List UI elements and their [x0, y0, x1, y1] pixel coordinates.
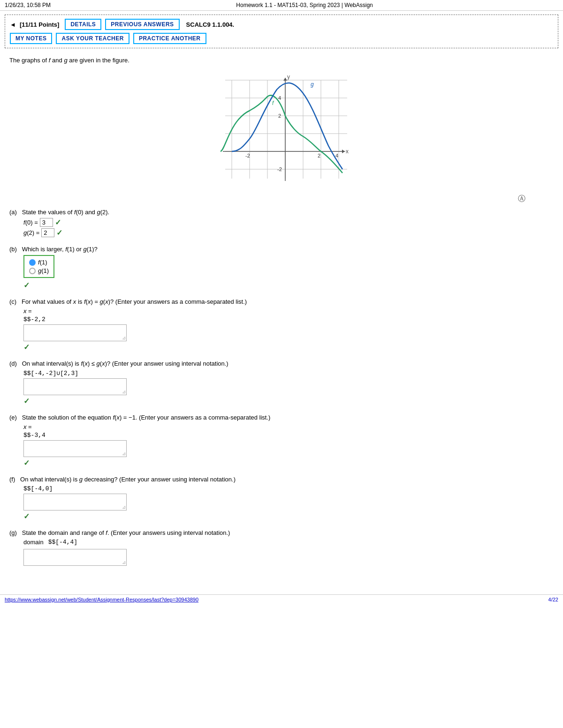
part-g-domain-math: $$[-4,4]: [48, 539, 77, 546]
part-d-input[interactable]: [23, 378, 127, 395]
scalc-label: SCALC9 1.1.004.: [186, 21, 235, 28]
radio-g1-dot[interactable]: [29, 268, 36, 274]
svg-text:x: x: [346, 148, 349, 155]
part-d-label: (d) On what interval(s) is f(x) ≤ g(x)? …: [9, 360, 554, 367]
svg-text:4: 4: [278, 95, 281, 101]
part-d-content: $$[-4,-2]∪[2,3] ⊿ ✓: [23, 369, 554, 405]
svg-text:-2: -2: [245, 153, 250, 158]
graph-container: x y -2 2 4 2 4 -2: [9, 68, 554, 190]
part-e-check: ✓: [23, 459, 30, 467]
radio-group-b: f(1) g(1): [23, 255, 54, 278]
svg-marker-16: [283, 78, 287, 81]
part-c-input-wrap: ⊿: [23, 324, 127, 341]
f0-prefix: f(0) =: [23, 219, 38, 226]
svg-text:2: 2: [278, 113, 281, 119]
part-f: (f) On what interval(s) is g decreasing?…: [9, 476, 554, 521]
part-c-x-prefix: x =: [23, 308, 32, 315]
part-a-content: f(0) = 3 ✓ g(2) = 2 ✓: [23, 218, 554, 237]
content: The graphs of f and g are given in the f…: [0, 52, 563, 585]
svg-text:g: g: [311, 81, 314, 88]
bottom-url[interactable]: https://www.webassign.net/web/Student/As…: [5, 597, 198, 602]
part-f-content: $$[-4,0] ⊿ ✓: [23, 485, 554, 521]
part-g-input[interactable]: [23, 549, 127, 566]
part-a-label: (a) State the values of f(0) and g(2).: [9, 209, 554, 216]
domain-label: domain: [23, 539, 44, 546]
part-a-f0-line: f(0) = 3 ✓: [23, 218, 554, 227]
part-f-input[interactable]: [23, 494, 127, 510]
part-b-label: (b) Which is larger, f(1) or g(1)?: [9, 246, 554, 253]
svg-text:f: f: [272, 100, 274, 106]
details-button[interactable]: DETAILS: [65, 19, 101, 30]
timestamp: 1/26/23, 10:58 PM: [5, 2, 51, 8]
svg-text:2: 2: [318, 153, 320, 158]
part-g-domain-line: domain $$[-4,4]: [23, 539, 554, 546]
part-d: (d) On what interval(s) is f(x) ≤ g(x)? …: [9, 360, 554, 405]
previous-answers-button[interactable]: PREVIOUS ANSWERS: [105, 19, 179, 30]
part-e-x-prefix: x =: [23, 423, 32, 430]
graph-wrap: x y -2 2 4 2 4 -2: [211, 68, 352, 190]
practice-another-button[interactable]: PRACTICE ANOTHER: [133, 33, 206, 44]
f0-answer-box: 3: [40, 218, 53, 227]
part-d-input-wrap: ⊿: [23, 378, 127, 395]
part-e-content: x = $$-3,4 ⊿ ✓: [23, 423, 554, 467]
radio-f1[interactable]: f(1): [29, 259, 49, 266]
points-label: [11/11 Points]: [20, 21, 60, 28]
part-c-x-line: x =: [23, 308, 554, 315]
part-f-check: ✓: [23, 512, 30, 520]
graph-svg: x y -2 2 4 2 4 -2: [211, 68, 352, 190]
ask-teacher-button[interactable]: ASK YOUR TEACHER: [56, 33, 129, 44]
svg-text:y: y: [287, 74, 290, 80]
info-icon[interactable]: Ⓐ: [9, 194, 554, 204]
radio-g1-label: g(1): [38, 267, 49, 274]
g2-check: ✓: [56, 228, 62, 237]
svg-text:-2: -2: [277, 166, 282, 172]
part-f-input-wrap: ⊿: [23, 494, 127, 510]
part-a: (a) State the values of f(0) and g(2). f…: [9, 209, 554, 237]
part-e-label: (e) State the solution of the equation f…: [9, 414, 554, 421]
part-e-x-line: x =: [23, 423, 554, 430]
part-e-input[interactable]: [23, 440, 127, 457]
radio-f1-dot[interactable]: [29, 259, 36, 266]
part-c: (c) For what values of x is f(x) = g(x)?…: [9, 298, 554, 352]
part-g-content: domain $$[-4,4] ⊿: [23, 539, 554, 567]
radio-g1[interactable]: g(1): [29, 267, 49, 274]
problem-intro: The graphs of f and g are given in the f…: [9, 57, 554, 64]
page-number: 4/22: [548, 597, 558, 602]
part-a-g2-line: g(2) = 2 ✓: [23, 228, 554, 237]
part-g: (g) State the domain and range of f. (En…: [9, 529, 554, 567]
back-arrow[interactable]: ◄: [10, 21, 16, 28]
part-g-label: (g) State the domain and range of f. (En…: [9, 529, 554, 536]
part-b-check: ✓: [23, 281, 30, 289]
g2-answer-box: 2: [41, 228, 54, 237]
top-bar: 1/26/23, 10:58 PM Homework 1.1 - MAT151-…: [0, 0, 563, 11]
radio-f1-label: f(1): [38, 259, 47, 266]
f0-check: ✓: [55, 218, 61, 227]
part-d-check: ✓: [23, 397, 30, 405]
part-c-check: ✓: [23, 343, 30, 351]
part-e-math-value: $$-3,4: [23, 432, 554, 439]
part-c-content: x = $$-2,2 ⊿ ✓: [23, 308, 554, 352]
part-b: (b) Which is larger, f(1) or g(1)? f(1) …: [9, 246, 554, 290]
part-b-content: f(1) g(1) ✓: [23, 255, 554, 290]
g2-prefix: g(2) =: [23, 229, 39, 236]
part-e: (e) State the solution of the equation f…: [9, 414, 554, 467]
page-title: Homework 1.1 - MAT151-03, Spring 2023 | …: [236, 2, 373, 8]
toolbar: ◄ [11/11 Points] DETAILS PREVIOUS ANSWER…: [5, 15, 558, 48]
part-f-math-value: $$[-4,0]: [23, 485, 554, 492]
part-f-label: (f) On what interval(s) is g decreasing?…: [9, 476, 554, 483]
part-c-input[interactable]: [23, 324, 127, 341]
part-e-input-wrap: ⊿: [23, 440, 127, 457]
svg-text:4: 4: [335, 153, 338, 158]
part-g-input-wrap: ⊿: [23, 549, 127, 566]
part-c-label: (c) For what values of x is f(x) = g(x)?…: [9, 298, 554, 305]
bottom-bar: https://www.webassign.net/web/Student/As…: [0, 594, 563, 604]
part-c-math-value: $$-2,2: [23, 316, 554, 323]
svg-marker-15: [342, 150, 345, 153]
my-notes-button[interactable]: MY NOTES: [10, 33, 52, 44]
part-d-math-value: $$[-4,-2]∪[2,3]: [23, 369, 554, 377]
